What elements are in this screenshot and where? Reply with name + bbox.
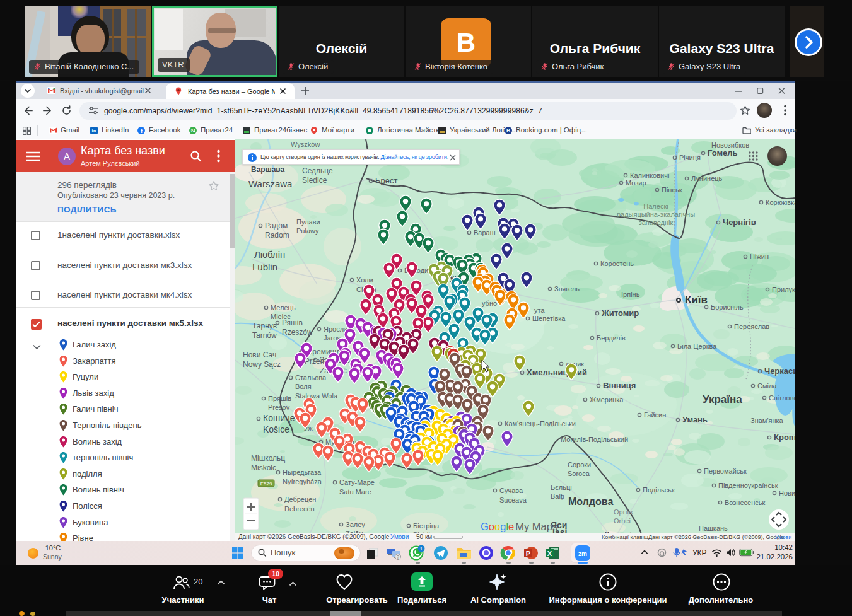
svg-text:Дані карт ©2026 GeoBasis-DE/BK: Дані карт ©2026 GeoBasis-DE/BKG (©2009),… xyxy=(238,533,390,540)
svg-text:Гайсин: Гайсин xyxy=(644,411,666,419)
svg-text:Воля: Воля xyxy=(295,383,312,390)
svg-text:Жмеринка: Жмеринка xyxy=(590,396,624,404)
svg-text:Miskolc: Miskolc xyxy=(251,463,276,472)
svg-text:Radom: Radom xyxy=(265,231,289,240)
svg-text:Умови: Умови xyxy=(775,534,791,540)
svg-text:Бістріца: Бістріца xyxy=(413,522,440,530)
svg-text:Лунинець: Лунинець xyxy=(691,175,723,182)
svg-text:24: 24 xyxy=(190,129,195,133)
svg-text:Nyíregyháza: Nyíregyháza xyxy=(283,478,322,485)
svg-text:Мішкольц: Мішкольц xyxy=(251,454,285,463)
svg-text:Lublin: Lublin xyxy=(252,262,277,272)
svg-text:Сучава: Сучава xyxy=(499,487,523,494)
svg-text:Шепетівка: Шепетівка xyxy=(532,315,566,322)
svg-text:Київ: Київ xyxy=(685,294,708,306)
svg-text:Пряшів: Пряшів xyxy=(268,395,291,402)
svg-text:Мелець: Мелець xyxy=(271,304,296,311)
svg-text:Wyszków: Wyszków xyxy=(291,141,320,148)
svg-text:Прилуки: Прилуки xyxy=(772,286,795,293)
svg-text:Siedlce: Siedlce xyxy=(302,176,327,185)
svg-text:Rzeszów: Rzeszów xyxy=(282,328,313,337)
svg-text:Soroca: Soroca xyxy=(568,470,590,477)
svg-text:Калинковичі: Калинковичі xyxy=(630,171,669,179)
svg-text:Корюківка: Корюківка xyxy=(766,199,795,206)
svg-text:Тарнув: Тарнув xyxy=(252,322,277,330)
svg-text:Варшава: Варшава xyxy=(251,165,285,174)
svg-text:Ірпінь: Ірпінь xyxy=(621,291,640,298)
svg-text:Пінськ: Пінськ xyxy=(662,186,682,194)
svg-text:Дані карт ©2026 GeoBasis-DE/BK: Дані карт ©2026 GeoBasis-DE/BKG (©2009),… xyxy=(648,534,785,540)
svg-text:Седльце: Седльце xyxy=(302,166,333,175)
svg-text:Suceava: Suceava xyxy=(499,496,527,504)
svg-text:Знам'янка: Знам'янка xyxy=(750,417,784,424)
svg-text:Черкаси: Черкаси xyxy=(764,366,795,376)
svg-text:B: B xyxy=(506,127,510,134)
svg-text:Новий: Новий xyxy=(779,489,795,497)
svg-text:Умань: Умань xyxy=(682,415,708,424)
svg-text:Debrecen: Debrecen xyxy=(284,505,315,513)
svg-text:Кропивни: Кропивни xyxy=(774,433,795,442)
svg-text:Бориспіль: Бориспіль xyxy=(711,303,744,311)
svg-text:Умови: Умови xyxy=(390,533,409,540)
svg-text:Гомель: Гомель xyxy=(708,148,738,158)
svg-text:Переяслав: Переяслав xyxy=(734,323,769,330)
svg-text:Річиця: Річиця xyxy=(679,154,701,161)
svg-text:запаведнік: запаведнік xyxy=(639,219,674,226)
svg-text:E579: E579 xyxy=(260,481,272,487)
svg-text:Пулави: Пулави xyxy=(296,218,320,226)
svg-text:Tarnów: Tarnów xyxy=(252,331,277,340)
svg-text:Світловод: Світловод xyxy=(769,394,795,402)
svg-text:Ніжин: Ніжин xyxy=(750,253,769,260)
svg-text:Подільськ: Подільськ xyxy=(643,486,675,494)
svg-text:in: in xyxy=(91,128,96,134)
svg-text:X: X xyxy=(547,550,552,557)
svg-text:P: P xyxy=(526,550,530,557)
svg-text:Prešov: Prešov xyxy=(268,404,290,411)
svg-text:Пашкань: Пашкань xyxy=(699,525,728,532)
svg-text:Дебрецен: Дебрецен xyxy=(284,496,316,503)
svg-text:Комбінації клавіш: Комбінації клавіш xyxy=(602,534,648,540)
svg-text:Первомайськ: Первомайськ xyxy=(704,467,747,475)
svg-text:ута: ута xyxy=(534,306,545,314)
svg-text:Радом: Радом xyxy=(265,221,288,230)
svg-text:Сороки: Сороки xyxy=(568,461,591,468)
svg-text:радыяцыйна-экалагічны: радыяцыйна-экалагічны xyxy=(617,211,695,218)
svg-text:50 км: 50 км xyxy=(416,533,432,540)
svg-text:Бєльці: Бєльці xyxy=(551,484,572,491)
svg-text:Брест: Брест xyxy=(375,176,397,185)
svg-text:Кошице: Кошице xyxy=(263,413,295,423)
svg-text:Україна: Україна xyxy=(703,393,742,405)
svg-text:Коростень: Коростень xyxy=(600,260,634,267)
svg-text:Бердичів: Бердичів xyxy=(597,334,626,342)
svg-text:Сату-Маре: Сату-Маре xyxy=(339,479,375,486)
svg-text:Нови Сач: Нови Сач xyxy=(243,351,276,359)
svg-text:Orhei: Orhei xyxy=(614,517,631,525)
svg-text:Warszawa: Warszawa xyxy=(248,178,293,189)
svg-text:Мозир: Мозир xyxy=(626,179,646,187)
svg-text:Хмельницький: Хмельницький xyxy=(527,368,587,377)
svg-text:Puławy: Puławy xyxy=(296,227,319,235)
svg-text:Ряшів: Ряшів xyxy=(282,318,303,327)
svg-text:Палескі: Палескі xyxy=(643,202,668,210)
svg-text:zm: zm xyxy=(578,550,587,557)
svg-text:Південноукраїнськ: Південноукраїнськ xyxy=(718,482,778,489)
svg-text:Біла Церква: Біла Церква xyxy=(677,342,717,350)
svg-text:Могилів-Подільський: Могилів-Подільський xyxy=(561,436,628,443)
svg-text:Satu Mare: Satu Mare xyxy=(339,488,371,496)
svg-text:Bălți: Bălți xyxy=(551,492,564,500)
svg-text:Ньіредьгаза: Ньіредьгаза xyxy=(283,468,322,476)
svg-text:Холм: Холм xyxy=(356,276,373,284)
svg-text:Стальова: Стальова xyxy=(295,374,327,381)
svg-text:Звягель: Звягель xyxy=(554,285,580,293)
svg-text:Молдова: Молдова xyxy=(568,496,613,507)
svg-text:Košice: Košice xyxy=(263,424,289,434)
svg-text:GoogleMy Maps: GoogleMy Maps xyxy=(481,521,557,532)
svg-text:Stalowa Wola: Stalowa Wola xyxy=(295,392,338,400)
svg-text:Nowy Sącz: Nowy Sącz xyxy=(243,360,281,369)
svg-text:Кам'янець-Подільськи: Кам'янець-Подільськи xyxy=(505,420,576,427)
svg-text:Вознесенськ: Вознесенськ xyxy=(725,499,765,506)
svg-text:Чернігів: Чернігів xyxy=(723,218,756,227)
svg-text:Залеу: Залеу xyxy=(346,521,365,528)
svg-text:Вінниця: Вінниця xyxy=(603,381,636,390)
svg-text:Житомир: Житомир xyxy=(601,308,639,318)
